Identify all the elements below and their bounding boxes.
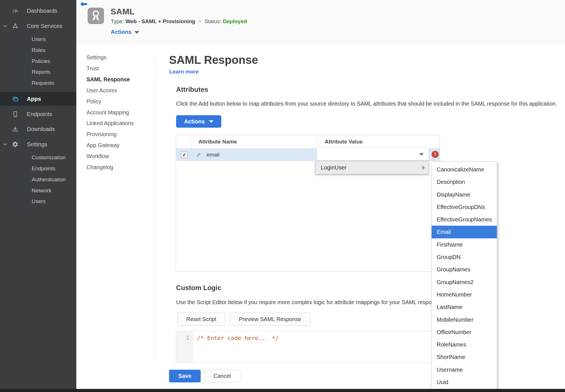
custom-logic-heading: Custom Logic xyxy=(176,284,221,292)
dashboard-gauge-icon xyxy=(12,7,19,14)
sidebar-item-downloads[interactable]: Downloads xyxy=(0,125,76,133)
sidebar-item-roles[interactable]: Roles xyxy=(0,47,76,54)
subnav-item-workflow[interactable]: Workflow xyxy=(86,153,109,160)
checkbox-column-header xyxy=(176,135,192,148)
sidebar-item-label: Requests xyxy=(32,80,54,86)
chevron-down-icon xyxy=(3,24,7,28)
sidebar-item-label: Customization xyxy=(32,154,66,161)
sidebar-item-requests[interactable]: Requests xyxy=(0,79,76,87)
menu-item-effectivegroupnames[interactable]: EffectiveGroupNames xyxy=(432,213,497,226)
app-title: SAML xyxy=(111,7,135,16)
sidebar-item-label: Dashboards xyxy=(27,8,57,14)
subnav-item-settings[interactable]: Settings xyxy=(86,54,106,62)
menu-item-firstname[interactable]: FirstName xyxy=(432,238,497,251)
menu-item-groupnames2[interactable]: GroupNames2 xyxy=(432,276,497,288)
sidebar-item-policies[interactable]: Policies xyxy=(0,58,76,65)
save-button[interactable]: Save xyxy=(169,370,201,382)
attributes-actions-button[interactable]: Actions xyxy=(176,115,221,128)
sidebar-item-customization[interactable]: Customization xyxy=(0,154,76,161)
script-editor[interactable]: 1 /* Enter code here... */ xyxy=(176,331,440,363)
sidebar-item-label: Users xyxy=(32,36,46,42)
subnav-item-account-mapping[interactable]: Account Mapping xyxy=(86,109,129,117)
cancel-button[interactable]: Cancel xyxy=(204,370,240,382)
menu-item-effectivegroupdns[interactable]: EffectiveGroupDNs xyxy=(432,201,497,213)
back-arrow-icon[interactable] xyxy=(80,1,87,7)
sidebar-item-label: Endpoints xyxy=(27,111,52,117)
menu-item-username[interactable]: Username xyxy=(432,363,497,376)
sidebar-item-network[interactable]: Network xyxy=(0,187,76,194)
status-badge: Deployed xyxy=(223,18,247,24)
row-checkbox[interactable]: ✓ xyxy=(181,152,188,158)
window-bottom-edge xyxy=(0,389,565,392)
sidebar-item-label: Roles xyxy=(32,47,46,53)
separator-dot: • xyxy=(199,18,201,24)
sidebar-item-reports[interactable]: Reports xyxy=(0,68,76,76)
menu-item-groupdn[interactable]: GroupDN xyxy=(432,251,497,263)
app-window: Dashboards Core Services Users Roles Pol… xyxy=(0,0,565,392)
sidebar-item-settings-endpoints[interactable]: Endpoints xyxy=(0,165,76,172)
attribute-name-column-header: Attribute Name xyxy=(192,135,317,148)
sidebar-item-settings-users[interactable]: Users xyxy=(0,198,76,205)
subnav-item-changelog[interactable]: Changelog xyxy=(86,164,113,171)
menu-item-uuid[interactable]: Uuid xyxy=(432,376,497,388)
subnav-item-saml-response[interactable]: SAML Response xyxy=(86,76,130,84)
sidebar-item-apps[interactable]: Apps xyxy=(0,92,76,106)
table-header-row: Attribute Name Attribute Value xyxy=(176,135,440,149)
sidebar-item-label: Downloads xyxy=(27,126,55,132)
actions-button-label: Actions xyxy=(184,118,205,125)
type-value: Web - SAML + Provisioning xyxy=(125,18,195,24)
sidebar-item-label: Endpoints xyxy=(32,165,56,172)
value-submenu: CanonicalizeName Description DisplayName… xyxy=(431,162,497,389)
subnav-item-policy[interactable]: Policy xyxy=(86,98,101,106)
subnav-item-app-gateway[interactable]: App Gateway xyxy=(86,142,120,149)
sidebar-item-dashboards[interactable]: Dashboards xyxy=(0,7,76,14)
header-actions-label: Actions xyxy=(111,29,131,35)
app-meta-line: Type: Web - SAML + Provisioning • Status… xyxy=(111,18,247,25)
menu-item-canonicalizename[interactable]: CanonicalizeName xyxy=(432,163,497,176)
sidebar-item-settings[interactable]: Settings xyxy=(0,141,76,148)
saml-app-icon xyxy=(88,8,104,24)
preview-saml-response-button[interactable]: Preview SAML Response xyxy=(230,313,310,326)
subnav-divider xyxy=(155,55,155,360)
caret-down-icon xyxy=(419,153,424,156)
menu-item-rolenames[interactable]: RoleNames xyxy=(432,338,497,351)
learn-more-link[interactable]: Learn more xyxy=(169,69,198,75)
custom-logic-description: Use the Script Editor below if you requi… xyxy=(176,299,442,306)
menu-item-mobilenumber[interactable]: MobileNumber xyxy=(432,313,497,326)
sidebar-item-core-services[interactable]: Core Services xyxy=(0,22,76,30)
subnav-item-trust[interactable]: Trust xyxy=(86,65,99,73)
sidebar-item-label: Users xyxy=(32,198,46,204)
value-menu-loginuser[interactable]: LoginUser xyxy=(315,161,429,174)
attributes-heading: Attributes xyxy=(176,86,208,93)
subnav-item-provisioning[interactable]: Provisioning xyxy=(86,131,116,138)
menu-item-description[interactable]: Description xyxy=(432,176,497,188)
sidebar-item-endpoints[interactable]: Endpoints xyxy=(0,110,76,118)
attribute-value-combobox[interactable] xyxy=(317,147,429,160)
header-actions-dropdown[interactable]: Actions xyxy=(111,29,139,35)
sidebar-item-users[interactable]: Users xyxy=(0,36,76,43)
sidebar: Dashboards Core Services Users Roles Pol… xyxy=(0,0,76,392)
sidebar-item-label: Settings xyxy=(27,141,47,148)
gear-icon xyxy=(12,141,19,148)
editor-code-text: /* Enter code here... */ xyxy=(197,335,279,341)
menu-item-shortname[interactable]: ShortName xyxy=(432,351,497,363)
menu-item-homenumber[interactable]: HomeNumber xyxy=(432,288,497,301)
apps-icon xyxy=(12,95,19,102)
sidebar-item-authentication[interactable]: Authentication xyxy=(0,176,76,183)
line-number: 1 xyxy=(186,335,189,341)
core-services-icon xyxy=(12,23,19,29)
sidebar-item-label: Authentication xyxy=(32,177,66,183)
sidebar-item-label: Apps xyxy=(27,96,41,102)
validation-error-icon: ! xyxy=(432,151,439,158)
menu-item-email[interactable]: Email xyxy=(432,226,497,238)
reset-script-button[interactable]: Reset Script xyxy=(177,313,225,326)
menu-item-displayname[interactable]: DisplayName xyxy=(432,188,497,201)
menu-item-groupnames[interactable]: GroupNames xyxy=(432,263,497,276)
caret-down-icon xyxy=(134,31,139,34)
attribute-name-cell: email xyxy=(207,152,219,158)
menu-item-officenumber[interactable]: OfficeNumber xyxy=(432,326,497,338)
caret-down-icon xyxy=(209,120,213,123)
menu-item-lastname[interactable]: LastName xyxy=(432,301,497,313)
subnav-item-linked-applications[interactable]: Linked Applications xyxy=(86,120,134,127)
subnav-item-user-access[interactable]: User Access xyxy=(86,87,117,95)
